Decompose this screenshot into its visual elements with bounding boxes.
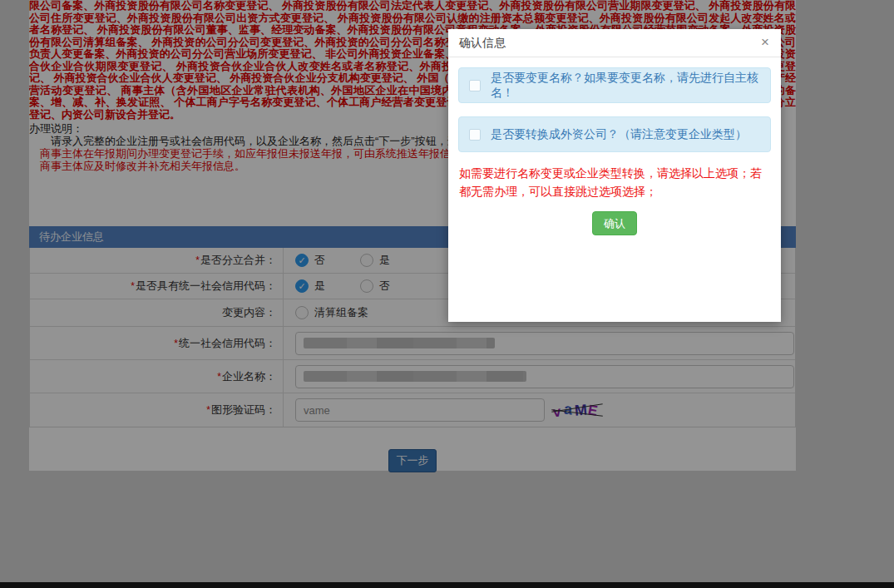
option-label: 是否要转换成外资公司？（请注意变更企业类型） — [491, 127, 747, 142]
modal-title: 确认信息 — [459, 36, 506, 51]
close-icon[interactable]: × — [759, 34, 771, 51]
option-convert-foreign[interactable]: 是否要转换成外资公司？（请注意变更企业类型） — [458, 116, 771, 152]
confirm-button[interactable]: 确认 — [592, 211, 637, 235]
option-label: 是否要变更名称？如果要变更名称，请先进行自主核名！ — [491, 71, 760, 101]
option-change-name[interactable]: 是否要变更名称？如果要变更名称，请先进行自主核名！ — [458, 67, 771, 103]
checkbox-unchecked-icon[interactable] — [469, 129, 481, 141]
modal-header: 确认信息 × — [448, 29, 781, 57]
confirm-info-modal: 确认信息 × 是否要变更名称？如果要变更名称，请先进行自主核名！ 是否要转换成外… — [448, 29, 781, 322]
modal-body: 是否要变更名称？如果要变更名称，请先进行自主核名！ 是否要转换成外资公司？（请注… — [448, 57, 781, 245]
modal-note: 如需要进行名称变更或企业类型转换，请选择以上选项；若都无需办理，可以直接跳过选项… — [459, 164, 770, 200]
checkbox-unchecked-icon[interactable] — [469, 80, 481, 91]
